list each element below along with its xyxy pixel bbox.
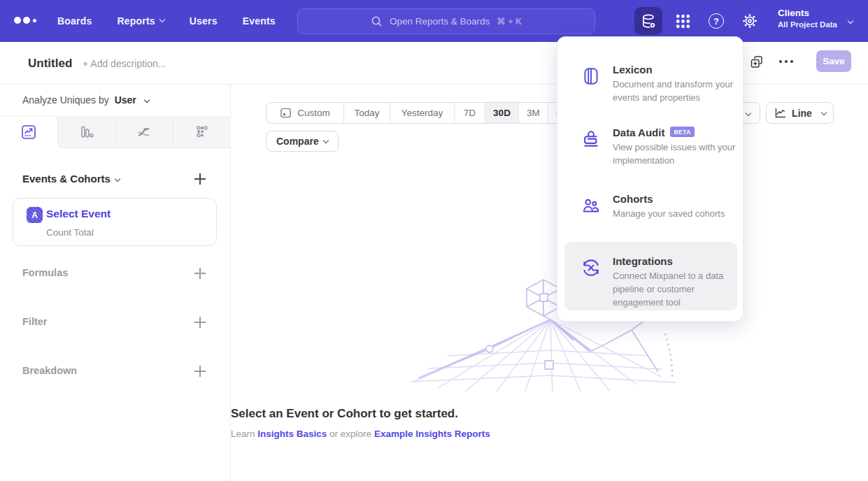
chevron-down-icon bbox=[746, 110, 751, 116]
formulas-label: Formulas bbox=[22, 267, 68, 278]
nav-item-boards[interactable]: Boards bbox=[57, 15, 92, 27]
chart-area: Custom Today Yesterday 7D 30D 3M 6M Comp… bbox=[231, 85, 868, 481]
example-reports-link[interactable]: Example Insights Reports bbox=[374, 429, 490, 439]
events-cohorts-header[interactable]: Events & Cohorts bbox=[22, 173, 120, 185]
chevron-down-icon bbox=[143, 97, 149, 103]
analyze-value-dropdown[interactable]: User bbox=[115, 94, 136, 106]
tab-flow-chart[interactable] bbox=[115, 117, 173, 148]
explore-text: or explore bbox=[329, 429, 374, 439]
select-event-label[interactable]: Select Event bbox=[46, 208, 111, 220]
range-today[interactable]: Today bbox=[343, 103, 390, 123]
project-name: Clients bbox=[778, 8, 837, 18]
nav-item-users[interactable]: Users bbox=[190, 15, 218, 27]
insights-basics-link[interactable]: Insights Basics bbox=[257, 429, 329, 439]
count-total-label[interactable]: Count Total bbox=[46, 227, 94, 238]
settings-button[interactable] bbox=[736, 7, 764, 35]
duplicate-report-button[interactable] bbox=[749, 55, 764, 73]
tab-metrics[interactable] bbox=[173, 117, 231, 148]
add-filter-button[interactable] bbox=[194, 317, 206, 328]
chevron-down-icon bbox=[848, 18, 853, 24]
add-breakdown-button[interactable] bbox=[194, 366, 206, 377]
compare-button[interactable]: Compare bbox=[266, 131, 339, 152]
event-letter-badge: A bbox=[27, 207, 43, 223]
chevron-down-icon bbox=[115, 176, 120, 182]
cohorts-people-icon bbox=[581, 195, 602, 216]
grid-icon bbox=[675, 13, 691, 29]
global-search-input[interactable]: Open Reports & Boards ⌘ + K bbox=[297, 8, 595, 34]
learn-text: Learn bbox=[231, 429, 257, 439]
event-card[interactable]: A Select Event Count Total bbox=[13, 198, 217, 246]
line-chart-icon bbox=[20, 124, 37, 141]
help-icon: ? bbox=[709, 13, 724, 29]
more-options-button[interactable] bbox=[779, 60, 793, 63]
duplicate-icon bbox=[749, 55, 764, 70]
breakdown-label: Breakdown bbox=[22, 365, 77, 376]
nav-item-events[interactable]: Events bbox=[243, 15, 276, 27]
page-title[interactable]: Untitled bbox=[28, 57, 72, 71]
ellipsis-icon bbox=[779, 60, 793, 63]
range-7d[interactable]: 7D bbox=[454, 103, 485, 123]
filter-section: Filter bbox=[0, 315, 231, 329]
data-management-menu: Lexicon Document and transform your even… bbox=[557, 36, 744, 322]
formulas-section: Formulas bbox=[0, 266, 231, 280]
empty-state-subtitle: Learn Insights Basics or explore Example… bbox=[231, 429, 868, 439]
primary-nav: Boards Reports Users Events bbox=[57, 0, 276, 42]
nav-item-reports[interactable]: Reports bbox=[117, 15, 164, 27]
breakdown-section: Breakdown bbox=[0, 364, 231, 378]
search-shortcut: ⌘ + K bbox=[497, 16, 522, 27]
calendar-icon bbox=[280, 107, 292, 119]
filter-label: Filter bbox=[22, 316, 47, 327]
range-3m[interactable]: 3M bbox=[518, 103, 548, 123]
date-range-control: Custom Today Yesterday 7D 30D 3M 6M bbox=[266, 102, 578, 124]
lexicon-book-icon bbox=[581, 66, 602, 87]
mixpanel-logo-icon[interactable] bbox=[14, 17, 36, 24]
add-description-field[interactable]: + Add description... bbox=[83, 58, 166, 69]
project-scope: All Project Data bbox=[778, 20, 837, 29]
range-30d-selected[interactable]: 30D bbox=[485, 103, 518, 123]
apps-grid-button[interactable] bbox=[669, 7, 697, 35]
gear-icon bbox=[741, 13, 758, 29]
bar-chart-icon bbox=[78, 124, 95, 141]
beta-badge: BETA bbox=[670, 127, 695, 137]
data-audit-icon bbox=[581, 129, 602, 150]
empty-state-title: Select an Event or Cohort to get started… bbox=[231, 407, 868, 421]
dots-grid-icon bbox=[194, 124, 211, 141]
integrations-sync-icon bbox=[581, 257, 602, 278]
save-button[interactable]: Save bbox=[816, 50, 851, 72]
line-style-icon bbox=[774, 106, 787, 120]
range-custom[interactable]: Custom bbox=[266, 103, 343, 123]
chart-style-dropdown[interactable]: Line bbox=[766, 102, 834, 124]
tab-bar-chart[interactable] bbox=[57, 117, 115, 148]
help-button[interactable]: ? bbox=[702, 7, 730, 35]
tab-line-chart[interactable] bbox=[0, 117, 57, 148]
query-builder-sidebar: Analyze Uniques by User bbox=[0, 85, 231, 481]
flow-icon bbox=[136, 124, 152, 141]
range-yesterday[interactable]: Yesterday bbox=[390, 103, 454, 123]
search-icon bbox=[371, 15, 383, 27]
analyze-label: Analyze Uniques by bbox=[22, 94, 109, 106]
add-formula-button[interactable] bbox=[194, 268, 206, 279]
project-switcher[interactable]: Clients All Project Data bbox=[778, 8, 837, 29]
chart-type-tabs bbox=[0, 116, 231, 148]
data-management-button[interactable] bbox=[634, 7, 662, 35]
add-event-button[interactable] bbox=[194, 173, 206, 185]
database-gear-icon bbox=[640, 13, 657, 30]
chevron-down-icon bbox=[159, 17, 164, 22]
analyze-uniques-control: Analyze Uniques by User bbox=[22, 94, 149, 106]
search-placeholder: Open Reports & Boards bbox=[390, 16, 490, 27]
top-navbar: Boards Reports Users Events Open Reports… bbox=[0, 0, 868, 42]
